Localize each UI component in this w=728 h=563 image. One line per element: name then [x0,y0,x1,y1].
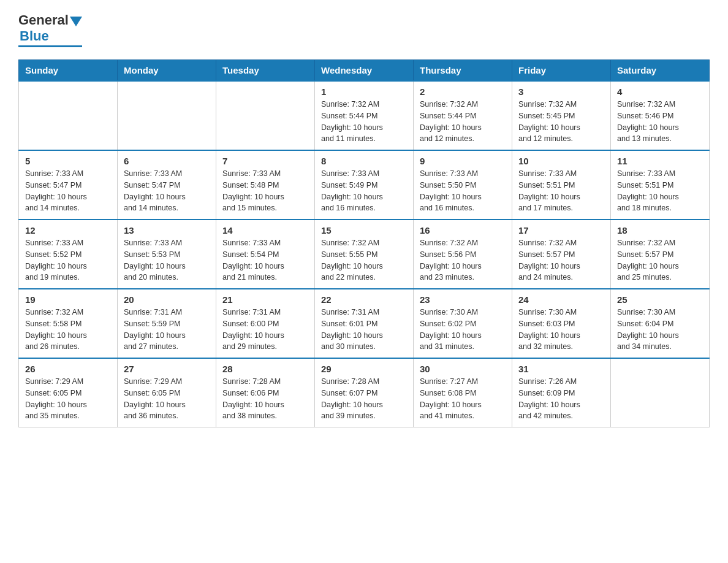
day-number: 9 [420,156,506,166]
day-info: Sunrise: 7:32 AM Sunset: 5:45 PM Dayligh… [518,100,580,143]
calendar-day-cell: 15Sunrise: 7:32 AM Sunset: 5:55 PM Dayli… [315,220,414,289]
page-header: General Blue [18,12,710,47]
day-number: 11 [617,156,703,166]
day-info: Sunrise: 7:27 AM Sunset: 6:08 PM Dayligh… [420,377,482,420]
calendar-week-row: 1Sunrise: 7:32 AM Sunset: 5:44 PM Daylig… [19,81,710,150]
day-of-week-header: Monday [118,60,216,82]
day-number: 26 [25,364,111,374]
calendar-day-cell: 20Sunrise: 7:31 AM Sunset: 5:59 PM Dayli… [118,289,216,358]
day-of-week-header: Sunday [19,60,118,82]
day-info: Sunrise: 7:30 AM Sunset: 6:02 PM Dayligh… [420,308,482,351]
day-number: 8 [321,156,407,166]
day-info: Sunrise: 7:28 AM Sunset: 6:06 PM Dayligh… [222,377,284,420]
day-info: Sunrise: 7:31 AM Sunset: 6:00 PM Dayligh… [222,308,284,351]
calendar-week-row: 26Sunrise: 7:29 AM Sunset: 6:05 PM Dayli… [19,358,710,427]
day-info: Sunrise: 7:32 AM Sunset: 5:57 PM Dayligh… [617,239,679,282]
calendar-day-cell: 8Sunrise: 7:33 AM Sunset: 5:49 PM Daylig… [315,150,414,220]
calendar-day-cell: 12Sunrise: 7:33 AM Sunset: 5:52 PM Dayli… [19,220,118,289]
day-number: 13 [124,225,210,236]
calendar-day-cell: 21Sunrise: 7:31 AM Sunset: 6:00 PM Dayli… [216,289,315,358]
day-info: Sunrise: 7:32 AM Sunset: 5:57 PM Dayligh… [518,239,580,282]
day-info: Sunrise: 7:33 AM Sunset: 5:52 PM Dayligh… [25,239,87,282]
day-info: Sunrise: 7:33 AM Sunset: 5:54 PM Dayligh… [222,239,284,282]
calendar-day-cell: 2Sunrise: 7:32 AM Sunset: 5:44 PM Daylig… [414,81,512,150]
day-info: Sunrise: 7:33 AM Sunset: 5:49 PM Dayligh… [321,169,383,212]
day-info: Sunrise: 7:30 AM Sunset: 6:04 PM Dayligh… [617,308,679,351]
calendar-day-cell: 3Sunrise: 7:32 AM Sunset: 5:45 PM Daylig… [512,81,611,150]
day-info: Sunrise: 7:32 AM Sunset: 5:44 PM Dayligh… [420,100,482,143]
calendar-day-cell: 27Sunrise: 7:29 AM Sunset: 6:05 PM Dayli… [118,358,216,427]
calendar-day-cell [19,81,118,150]
day-number: 19 [25,294,111,305]
day-number: 15 [321,225,407,236]
day-info: Sunrise: 7:32 AM Sunset: 5:56 PM Dayligh… [420,239,482,282]
day-number: 21 [222,294,308,305]
day-number: 30 [420,364,506,374]
day-info: Sunrise: 7:28 AM Sunset: 6:07 PM Dayligh… [321,377,383,420]
logo-general-text: General [18,12,69,28]
day-number: 6 [124,156,210,166]
day-info: Sunrise: 7:29 AM Sunset: 6:05 PM Dayligh… [124,377,186,420]
calendar-day-cell: 30Sunrise: 7:27 AM Sunset: 6:08 PM Dayli… [414,358,512,427]
day-info: Sunrise: 7:32 AM Sunset: 5:55 PM Dayligh… [321,239,383,282]
calendar-day-cell: 4Sunrise: 7:32 AM Sunset: 5:46 PM Daylig… [611,81,710,150]
calendar-day-cell: 10Sunrise: 7:33 AM Sunset: 5:51 PM Dayli… [512,150,611,220]
day-info: Sunrise: 7:30 AM Sunset: 6:03 PM Dayligh… [518,308,580,351]
day-of-week-header: Tuesday [216,60,315,82]
day-number: 27 [124,364,210,374]
day-number: 28 [222,364,308,374]
calendar-day-cell: 6Sunrise: 7:33 AM Sunset: 5:47 PM Daylig… [118,150,216,220]
day-info: Sunrise: 7:33 AM Sunset: 5:47 PM Dayligh… [124,169,186,212]
logo-blue-text: Blue [20,28,49,44]
day-number: 17 [518,225,604,236]
calendar-day-cell: 29Sunrise: 7:28 AM Sunset: 6:07 PM Dayli… [315,358,414,427]
day-info: Sunrise: 7:29 AM Sunset: 6:05 PM Dayligh… [25,377,87,420]
day-number: 20 [124,294,210,305]
day-number: 5 [25,156,111,166]
calendar-day-cell: 26Sunrise: 7:29 AM Sunset: 6:05 PM Dayli… [19,358,118,427]
day-number: 7 [222,156,308,166]
calendar-day-cell: 22Sunrise: 7:31 AM Sunset: 6:01 PM Dayli… [315,289,414,358]
day-of-week-header: Saturday [611,60,710,82]
calendar-header-row: SundayMondayTuesdayWednesdayThursdayFrid… [19,60,710,82]
day-info: Sunrise: 7:26 AM Sunset: 6:09 PM Dayligh… [518,377,580,420]
day-number: 4 [617,86,703,97]
calendar-day-cell: 23Sunrise: 7:30 AM Sunset: 6:02 PM Dayli… [414,289,512,358]
day-number: 22 [321,294,407,305]
calendar-day-cell: 7Sunrise: 7:33 AM Sunset: 5:48 PM Daylig… [216,150,315,220]
day-info: Sunrise: 7:33 AM Sunset: 5:51 PM Dayligh… [617,169,679,212]
calendar-week-row: 19Sunrise: 7:32 AM Sunset: 5:58 PM Dayli… [19,289,710,358]
day-number: 3 [518,86,604,97]
day-info: Sunrise: 7:32 AM Sunset: 5:58 PM Dayligh… [25,308,87,351]
calendar-week-row: 5Sunrise: 7:33 AM Sunset: 5:47 PM Daylig… [19,150,710,220]
logo-triangle-icon [70,17,82,26]
day-number: 16 [420,225,506,236]
day-info: Sunrise: 7:33 AM Sunset: 5:50 PM Dayligh… [420,169,482,212]
calendar-day-cell: 16Sunrise: 7:32 AM Sunset: 5:56 PM Dayli… [414,220,512,289]
day-info: Sunrise: 7:33 AM Sunset: 5:51 PM Dayligh… [518,169,580,212]
calendar-day-cell: 19Sunrise: 7:32 AM Sunset: 5:58 PM Dayli… [19,289,118,358]
calendar-week-row: 12Sunrise: 7:33 AM Sunset: 5:52 PM Dayli… [19,220,710,289]
calendar-day-cell: 11Sunrise: 7:33 AM Sunset: 5:51 PM Dayli… [611,150,710,220]
day-number: 14 [222,225,308,236]
calendar-day-cell: 13Sunrise: 7:33 AM Sunset: 5:53 PM Dayli… [118,220,216,289]
logo-underline [18,45,82,47]
day-info: Sunrise: 7:31 AM Sunset: 5:59 PM Dayligh… [124,308,186,351]
day-info: Sunrise: 7:32 AM Sunset: 5:44 PM Dayligh… [321,100,383,143]
calendar-day-cell: 18Sunrise: 7:32 AM Sunset: 5:57 PM Dayli… [611,220,710,289]
day-info: Sunrise: 7:31 AM Sunset: 6:01 PM Dayligh… [321,308,383,351]
calendar-day-cell: 9Sunrise: 7:33 AM Sunset: 5:50 PM Daylig… [414,150,512,220]
day-number: 25 [617,294,703,305]
day-info: Sunrise: 7:33 AM Sunset: 5:48 PM Dayligh… [222,169,284,212]
calendar-day-cell [611,358,710,427]
calendar-day-cell: 1Sunrise: 7:32 AM Sunset: 5:44 PM Daylig… [315,81,414,150]
calendar-day-cell: 25Sunrise: 7:30 AM Sunset: 6:04 PM Dayli… [611,289,710,358]
calendar-day-cell [118,81,216,150]
day-of-week-header: Friday [512,60,611,82]
day-number: 29 [321,364,407,374]
calendar-day-cell: 5Sunrise: 7:33 AM Sunset: 5:47 PM Daylig… [19,150,118,220]
calendar-day-cell: 24Sunrise: 7:30 AM Sunset: 6:03 PM Dayli… [512,289,611,358]
day-number: 23 [420,294,506,305]
day-info: Sunrise: 7:33 AM Sunset: 5:47 PM Dayligh… [25,169,87,212]
day-number: 12 [25,225,111,236]
